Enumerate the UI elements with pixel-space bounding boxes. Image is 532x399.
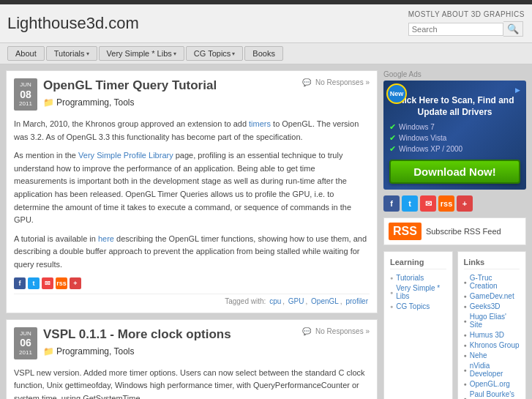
ad-banner[interactable]: ▶ New Click Here to Scan, Find and Updat… — [383, 81, 526, 190]
post-1-tags: Tagged with: cpu, GPU, OpenGL, profiler — [14, 294, 370, 305]
comment-icon: 💬 — [302, 78, 311, 86]
post-2-category: 📁 Programming, Tools — [43, 346, 135, 357]
post-1-social: f t ✉ rss + — [14, 277, 370, 289]
nav-about[interactable]: About — [7, 46, 45, 61]
main-content: Jun 08 2011 OpenGL Timer Query Tutorial … — [6, 70, 378, 399]
list-item: GameDev.net — [464, 292, 520, 300]
folder-icon-2: 📁 — [43, 346, 54, 357]
learning-list: Tutorials Very Simple * Libs CG Topics — [390, 274, 446, 310]
nav-cgtopics-label: CG Topics — [194, 49, 231, 58]
opengl-link[interactable]: OpenGL.org — [470, 380, 510, 388]
nvidia-link[interactable]: nVidia Developer — [470, 362, 520, 378]
list-item: nVidia Developer — [464, 362, 520, 378]
tutorials-link[interactable]: Tutorials — [396, 274, 424, 282]
list-item: G-Truc Creation — [464, 274, 520, 290]
list-item: OpenGL.org — [464, 380, 520, 388]
post-1-title: OpenGL Timer Query Tutorial — [43, 78, 217, 93]
header: Lighthouse3d.com MOSTLY ABOUT 3D GRAPHIC… — [0, 4, 532, 43]
nav-cgtopics-arrow: ▾ — [232, 51, 235, 57]
khronos-link[interactable]: Khronos Group — [470, 341, 520, 349]
tag-gpu[interactable]: GPU — [288, 297, 304, 305]
list-item: Humus 3D — [464, 331, 520, 339]
sidebar-plus-icon[interactable]: + — [457, 195, 473, 212]
sidebar-social-bar: f t ✉ rss + — [383, 195, 526, 212]
vslibs-link[interactable]: Very Simple * Libs — [396, 284, 446, 300]
post-1-comments: 💬 No Responses » — [302, 78, 370, 86]
rss-big-icon: RSS — [389, 223, 422, 240]
ad-new-badge: New — [386, 83, 407, 104]
nav-cgtopics[interactable]: CG Topics ▾ — [186, 46, 244, 61]
post-2-year: 2011 — [18, 349, 33, 357]
check-icon-1: ✔ — [389, 122, 396, 132]
humus-link[interactable]: Humus 3D — [470, 331, 504, 339]
sidebar-fb-icon[interactable]: f — [383, 195, 400, 212]
vspl-link[interactable]: Very Simple Profile Library — [78, 151, 173, 160]
gtruc-link[interactable]: G-Truc Creation — [470, 274, 520, 290]
header-right: MOSTLY ABOUT 3D GRAPHICS 🔍 — [408, 10, 525, 37]
post-1-category: 📁 Programming, Tools — [43, 97, 135, 108]
rss-section[interactable]: RSS Subscribe RSS Feed — [383, 217, 526, 245]
ad-check-vista: ✔ Windows Vista — [389, 133, 520, 143]
ad-text: Click Here to Scan, Find and Update all … — [389, 95, 520, 118]
post-2-month: Jun — [18, 330, 33, 338]
check-icon-3: ✔ — [389, 144, 396, 154]
list-item: CG Topics — [390, 302, 446, 310]
post-1-month: Jun — [18, 81, 33, 89]
list-item: Tutorials — [390, 274, 446, 282]
bourke-link[interactable]: Paul Bourke's Site — [470, 390, 520, 399]
post-1-day: 08 — [18, 89, 33, 101]
post-1-date: Jun 08 2011 — [14, 78, 37, 111]
post-1-year: 2011 — [18, 100, 33, 108]
tag-profiler[interactable]: profiler — [345, 297, 368, 305]
timers-link[interactable]: timers — [249, 119, 271, 128]
tag-opengl[interactable]: OpenGL — [311, 297, 339, 305]
nav-vslibs-label: Very Simple * Libs — [107, 49, 172, 58]
post-2-date: Jun 06 2011 — [14, 327, 37, 359]
links-title: Links — [464, 258, 520, 269]
content-wrapper: Jun 08 2011 OpenGL Timer Query Tutorial … — [0, 64, 532, 399]
search-button[interactable]: 🔍 — [503, 21, 523, 37]
nav-books-label: Books — [252, 49, 275, 58]
sidebar-rss-icon[interactable]: rss — [438, 195, 454, 212]
sidebar-tw-icon[interactable]: t — [402, 195, 418, 212]
nav-about-label: About — [15, 49, 37, 58]
list-item: Nehe — [464, 351, 520, 359]
nav-tutorials-label: Tutorials — [54, 49, 85, 58]
geeks3d-link[interactable]: Geeks3D — [470, 302, 501, 310]
download-now-button[interactable]: Download Now! — [389, 160, 520, 184]
links-section: Links G-Truc Creation GameDev.net Geeks3… — [457, 251, 527, 399]
rss-icon[interactable]: rss — [56, 277, 67, 289]
learning-title: Learning — [390, 258, 446, 269]
email-icon[interactable]: ✉ — [42, 277, 53, 289]
sidebar: Google Ads ▶ New Click Here to Scan, Fin… — [383, 70, 526, 399]
cgtopics-link[interactable]: CG Topics — [396, 302, 430, 310]
sidebar-email-icon[interactable]: ✉ — [420, 195, 436, 212]
site-title: Lighthouse3d.com — [7, 14, 139, 33]
nav-vslibs[interactable]: Very Simple * Libs ▾ — [99, 46, 184, 61]
twitter-icon[interactable]: t — [28, 277, 40, 289]
search-input[interactable] — [408, 23, 503, 36]
nav-books[interactable]: Books — [244, 46, 283, 61]
post-2-comments: 💬 No Responses » — [302, 327, 370, 335]
tagline: MOSTLY ABOUT 3D GRAPHICS — [408, 10, 525, 18]
ad-indicator: ▶ — [515, 86, 520, 94]
navigation: About Tutorials ▾ Very Simple * Libs ▾ C… — [0, 43, 532, 64]
rss-subscribe-label[interactable]: Subscribe RSS Feed — [426, 227, 501, 236]
nav-tutorials[interactable]: Tutorials ▾ — [46, 46, 97, 61]
links-list: G-Truc Creation GameDev.net Geeks3D Hugo… — [464, 274, 520, 399]
sidebar-bottom-row: Learning Tutorials Very Simple * Libs CG… — [383, 251, 526, 399]
ad-check-win7: ✔ Windows 7 — [389, 122, 520, 132]
tag-cpu[interactable]: cpu — [269, 297, 281, 305]
gamedev-link[interactable]: GameDev.net — [470, 292, 514, 300]
list-item: Khronos Group — [464, 341, 520, 349]
facebook-icon[interactable]: f — [14, 277, 26, 289]
here-link[interactable]: here — [98, 234, 114, 243]
plus-icon[interactable]: + — [70, 277, 81, 289]
post-2-title: VSPL 0.1.1 - More clock options — [43, 327, 231, 342]
post-2: Jun 06 2011 VSPL 0.1.1 - More clock opti… — [6, 319, 378, 399]
folder-icon: 📁 — [43, 97, 54, 108]
comment-icon-2: 💬 — [302, 327, 311, 335]
post-2-body: VSPL new version. Added more timer optio… — [14, 367, 370, 399]
nehe-link[interactable]: Nehe — [470, 351, 487, 359]
hugo-link[interactable]: Hugo Elias' Site — [470, 313, 520, 329]
